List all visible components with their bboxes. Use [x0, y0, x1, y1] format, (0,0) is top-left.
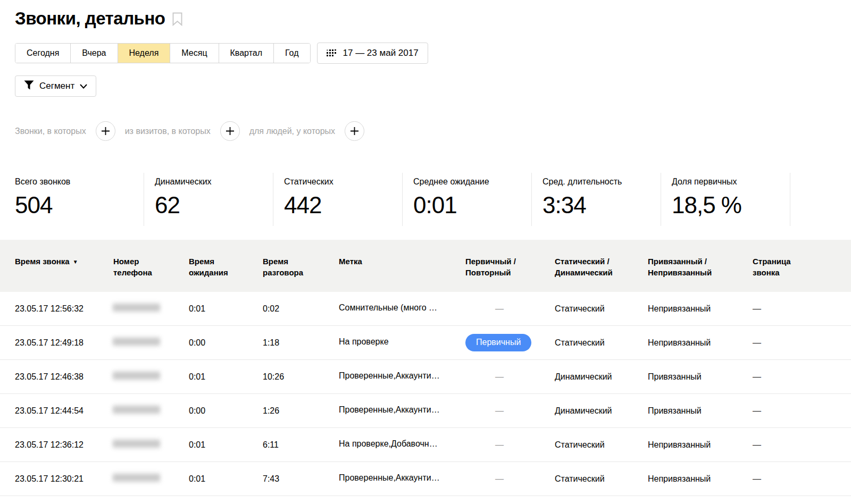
linked-status: Привязанный — [648, 406, 753, 416]
primary-cell: — — [465, 304, 555, 314]
column-header-primary[interactable]: Первичный / Повторный — [465, 256, 555, 292]
column-header-phone[interactable]: Номер телефона — [113, 256, 189, 292]
metric-value: 3:34 — [543, 192, 661, 219]
call-page: — — [753, 440, 851, 450]
phone-cell — [113, 474, 189, 484]
metric-label: Динамических — [155, 177, 273, 187]
metric-total-calls: Всего звонков 504 — [15, 173, 144, 226]
metric-value: 62 — [155, 192, 273, 219]
phone-number-blurred — [113, 372, 160, 380]
calls-table: Время звонка▼ Номер телефона Время ожида… — [0, 240, 851, 496]
metric-avg-duration: Сред. длительность 3:34 — [532, 173, 661, 226]
chevron-down-icon — [80, 81, 87, 91]
funnel-icon — [24, 80, 34, 93]
metric-value: 504 — [15, 192, 144, 219]
primary-call-badge: Первичный — [465, 334, 531, 351]
phone-cell — [113, 304, 189, 314]
page-title: Звонки, детально — [15, 9, 165, 29]
talk-time: 1:18 — [263, 338, 339, 348]
call-time: 23.05.17 12:49:18 — [15, 338, 113, 348]
column-header-page[interactable]: Страница звонка — [753, 256, 851, 292]
metric-label: Статических — [284, 177, 402, 187]
metric-value: 18,5 % — [672, 192, 790, 219]
phone-number-blurred — [113, 440, 160, 448]
primary-cell: Первичный — [465, 334, 555, 351]
column-header-linked[interactable]: Привязанный / Непривязанный — [648, 256, 753, 292]
column-header-talk[interactable]: Время разговора — [263, 256, 339, 292]
calendar-grid-icon — [327, 49, 337, 57]
phone-cell — [113, 372, 189, 382]
phone-cell — [113, 338, 189, 348]
phone-cell — [113, 406, 189, 416]
filter-label-people: для людей, у которых — [249, 127, 335, 136]
call-label: Проверенные,Аккаунти… — [339, 473, 465, 485]
talk-time: 6:11 — [263, 440, 339, 450]
column-header-call-time[interactable]: Время звонка▼ — [15, 256, 113, 292]
plus-icon — [350, 127, 359, 136]
add-people-filter-button[interactable] — [345, 121, 364, 141]
call-time: 23.05.17 12:56:32 — [15, 304, 113, 314]
period-controls: Сегодня Вчера Неделя Месяц Квартал Год 1… — [15, 43, 851, 64]
primary-cell: — — [465, 440, 555, 450]
tab-quarter[interactable]: Квартал — [219, 44, 273, 63]
segment-label: Сегмент — [39, 81, 74, 91]
add-visit-filter-button[interactable] — [220, 121, 240, 141]
plus-icon — [226, 127, 235, 136]
table-row[interactable]: 23.05.17 12:56:32 0:01 0:02 Сомнительные… — [0, 292, 851, 326]
segment-button[interactable]: Сегмент — [15, 75, 96, 97]
static-dynamic: Динамический — [555, 406, 648, 416]
sort-desc-icon: ▼ — [73, 259, 78, 265]
tab-month[interactable]: Месяц — [170, 44, 218, 63]
table-row[interactable]: 23.05.17 12:49:18 0:00 1:18 На проверке … — [0, 326, 851, 360]
phone-number-blurred — [113, 338, 160, 346]
filter-label-visits: из визитов, в которых — [125, 127, 211, 136]
column-header-static[interactable]: Статический / Динамический — [555, 256, 648, 292]
metric-label: Среднее ожидание — [413, 177, 531, 187]
table-row[interactable]: 23.05.17 12:36:12 0:01 6:11 На проверке,… — [0, 428, 851, 462]
table-row[interactable]: 23.05.17 12:30:21 0:01 7:43 Проверенные,… — [0, 462, 851, 496]
metric-dynamic: Динамических 62 — [144, 173, 273, 226]
table-row[interactable]: 23.05.17 12:46:38 0:01 10:26 Проверенные… — [0, 360, 851, 394]
call-label: Проверенные,Аккаунти… — [339, 371, 465, 383]
filter-builder: Звонки, в которых из визитов, в которых … — [15, 121, 851, 141]
linked-status: Непривязанный — [648, 440, 753, 450]
phone-number-blurred — [113, 474, 160, 482]
metric-first-call-share: Доля первичных 18,5 % — [661, 173, 790, 226]
wait-time: 0:00 — [189, 406, 263, 416]
segment-row: Сегмент — [15, 75, 851, 97]
column-header-wait[interactable]: Время ожидания — [189, 256, 263, 292]
static-dynamic: Статический — [555, 474, 648, 484]
bookmark-icon[interactable] — [172, 12, 182, 28]
linked-status: Непривязанный — [648, 304, 753, 314]
metric-label: Всего звонков — [15, 177, 144, 187]
call-label: Проверенные,Аккаунти… — [339, 405, 465, 417]
wait-time: 0:01 — [189, 372, 263, 382]
call-time: 23.05.17 12:46:38 — [15, 372, 113, 382]
column-header-label[interactable]: Метка — [339, 256, 465, 292]
tab-yesterday[interactable]: Вчера — [70, 44, 117, 63]
static-dynamic: Статический — [555, 338, 648, 348]
plus-icon — [101, 127, 110, 136]
metric-label: Сред. длительность — [543, 177, 661, 187]
metric-static: Статических 442 — [273, 173, 403, 226]
tab-week[interactable]: Неделя — [118, 44, 170, 63]
call-page: — — [753, 304, 851, 314]
metric-label: Доля первичных — [672, 177, 790, 187]
call-page: — — [753, 406, 851, 416]
talk-time: 1:26 — [263, 406, 339, 416]
phone-cell — [113, 440, 189, 450]
call-time: 23.05.17 12:36:12 — [15, 440, 113, 450]
tab-year[interactable]: Год — [273, 44, 310, 63]
call-page: — — [753, 474, 851, 484]
date-range-picker[interactable]: 17 — 23 май 2017 — [317, 43, 428, 64]
call-page: — — [753, 338, 851, 348]
table-row[interactable]: 23.05.17 12:44:54 0:00 1:26 Проверенные,… — [0, 394, 851, 428]
add-call-filter-button[interactable] — [96, 121, 115, 141]
call-time: 23.05.17 12:30:21 — [15, 474, 113, 484]
linked-status: Привязанный — [648, 372, 753, 382]
tab-today[interactable]: Сегодня — [15, 44, 70, 63]
talk-time: 7:43 — [263, 474, 339, 484]
talk-time: 10:26 — [263, 372, 339, 382]
linked-status: Непривязанный — [648, 338, 753, 348]
talk-time: 0:02 — [263, 304, 339, 314]
